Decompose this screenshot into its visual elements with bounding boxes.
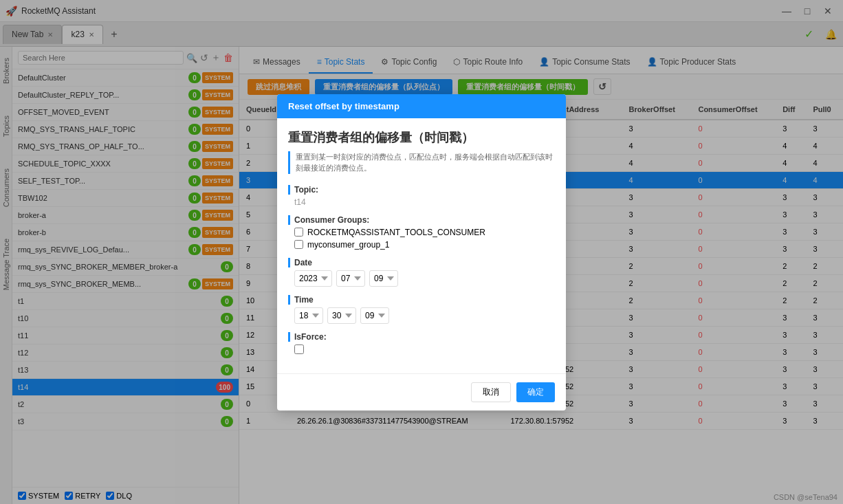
modal-consumer-groups-label: Consumer Groups: — [288, 215, 555, 225]
date-day-select[interactable]: 01020304050607080910 — [369, 270, 398, 287]
modal-date-row: 2021202220232024 01020304050607080910111… — [288, 270, 555, 287]
date-year-select[interactable]: 2021202220232024 — [294, 270, 332, 287]
consumer-group-checkbox-1[interactable] — [294, 228, 303, 237]
modal-footer: 取消 确定 — [277, 373, 566, 410]
time-hour-select[interactable]: 0001020304050607080910111213141516171819… — [294, 307, 323, 324]
consumer-group-checkbox-2[interactable] — [294, 240, 303, 249]
modal-time-label: Time — [288, 295, 555, 305]
consumer-group-name-1: ROCKETMQASSISTANT_TOOLS_CONSUMER — [307, 228, 485, 237]
consumer-group-name-2: myconsumer_group_1 — [307, 240, 389, 250]
consumer-group-item-2: myconsumer_group_1 — [294, 240, 555, 250]
modal-overlay: Reset offset by timestamp 重置消费者组的偏移量（时间戳… — [0, 0, 843, 504]
modal-topic-label: Topic: — [288, 185, 555, 195]
modal-date-label: Date — [288, 258, 555, 267]
modal-consumer-groups-field: Consumer Groups: ROCKETMQASSISTANT_TOOLS… — [288, 215, 555, 250]
cancel-button[interactable]: 取消 — [471, 382, 511, 402]
date-month-select[interactable]: 010203040506070809101112 — [336, 270, 365, 287]
modal-consumer-groups-list: ROCKETMQASSISTANT_TOOLS_CONSUMER myconsu… — [288, 228, 555, 250]
modal-isforce-label: IsForce: — [288, 332, 555, 342]
modal-date-field: Date 2021202220232024 010203040506070809… — [288, 258, 555, 287]
modal-title: 重置消费者组的偏移量（时间戳） — [288, 129, 555, 146]
time-second-select[interactable]: 0001020304050607080910 — [360, 307, 389, 324]
modal-header-title: Reset offset by timestamp — [288, 101, 399, 111]
modal-isforce-row — [288, 344, 555, 354]
isforce-checkbox[interactable] — [294, 344, 304, 354]
modal: Reset offset by timestamp 重置消费者组的偏移量（时间戳… — [277, 94, 566, 410]
modal-time-row: 0001020304050607080910111213141516171819… — [288, 307, 555, 324]
time-minute-select[interactable]: 000510152025303540455055 — [327, 307, 356, 324]
modal-topic-field: Topic: t14 — [288, 185, 555, 207]
modal-header: Reset offset by timestamp — [277, 94, 566, 118]
modal-description: 重置到某一时刻对应的消费位点，匹配位点时，服务端会根据自动匹配到该时刻最接近的消… — [288, 151, 555, 174]
confirm-button[interactable]: 确定 — [516, 382, 555, 402]
modal-body: 重置消费者组的偏移量（时间戳） 重置到某一时刻对应的消费位点，匹配位点时，服务端… — [277, 118, 566, 373]
consumer-group-item-1: ROCKETMQASSISTANT_TOOLS_CONSUMER — [294, 228, 555, 237]
modal-topic-value: t14 — [288, 197, 555, 207]
modal-time-field: Time 00010203040506070809101112131415161… — [288, 295, 555, 324]
modal-isforce-field: IsForce: — [288, 332, 555, 354]
